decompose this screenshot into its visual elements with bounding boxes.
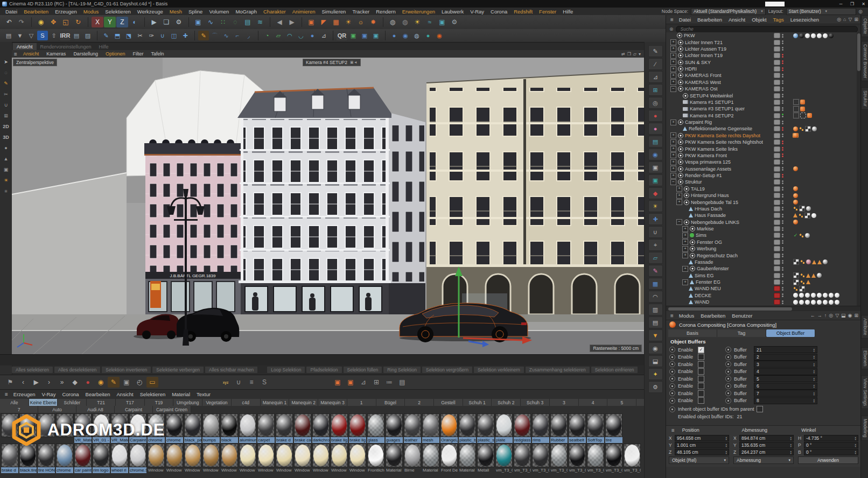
material-swatch[interactable]: black [221,413,238,443]
camera-lock-icon[interactable]: ▣ [648,161,663,173]
visibility-column[interactable] [774,93,790,99]
side-tab-struktur[interactable]: Struktur [861,87,868,110]
object-row[interactable]: +KAMERAS West [666,79,857,86]
move-icon[interactable]: ✥ [47,17,59,27]
command-button[interactable]: Alles sichtbar machen [205,367,257,373]
coord-field[interactable]: -4.735 °▴▾ [804,435,858,441]
material-swatch[interactable]: aluminum [239,413,256,443]
material-swatch[interactable]: Material [459,444,476,473]
material-swatch[interactable]: chrome [56,444,73,473]
visibility-column[interactable] [774,266,790,271]
check-icon[interactable]: ✓ [793,233,798,238]
bulb-icon[interactable]: ☀ [648,200,663,212]
mirror-icon[interactable]: ◫ [169,31,179,40]
object-row[interactable]: +Hintergrund Haus [666,192,857,199]
visibility-column[interactable] [774,46,790,52]
layer-chip-icon[interactable] [774,240,780,245]
material-swatch[interactable]: tire [605,413,622,443]
material-swatch[interactable]: chrome.S [129,444,146,473]
select-arrow-icon[interactable]: ➤ [2,58,10,65]
layer-chip-icon[interactable] [774,206,780,212]
render-off-icon[interactable] [774,293,780,298]
sculpt-smooth-icon[interactable]: ◡ [296,31,306,40]
enable-checkbox[interactable] [698,390,704,397]
visibility-dots[interactable] [782,121,783,124]
layer-chip-icon[interactable] [774,153,780,158]
attr-filter-icon[interactable]: ▽ [835,313,839,318]
material-swatch[interactable]: Window [294,444,311,473]
enable-checkbox[interactable] [698,361,704,368]
attrmenu-bearbeiten[interactable]: Bearbeiten [697,313,729,319]
substance-icon[interactable]: S [37,31,48,40]
goto-end-icon[interactable]: » [56,377,68,388]
uvw-tag-icon[interactable] [793,259,799,265]
grid-snap-icon[interactable]: ⊞ [2,112,10,119]
collapse-icon[interactable]: − [670,86,676,92]
keyframe-dot-icon[interactable] [669,383,675,389]
live-selection-icon[interactable]: ◉ [35,17,47,27]
material-swatch[interactable]: plate [495,413,513,443]
stepper-icon[interactable]: ▴▾ [813,377,815,381]
close-button[interactable]: ✕ [859,1,868,7]
sphere-blue-icon[interactable]: ● [389,31,400,40]
star-icon[interactable]: ✦ [648,368,663,380]
compositing-tag-icon[interactable] [800,273,805,278]
bookmark-icon[interactable]: ⚑ [4,377,16,388]
track-icon[interactable]: ≡ [246,377,257,388]
import-icon[interactable]: ⇧ [48,31,59,40]
visibility-dots[interactable] [782,74,783,78]
material-swatch[interactable]: plastic_b [459,413,476,443]
layer-chip-icon[interactable] [774,139,780,145]
visibility-dots[interactable] [782,140,783,144]
visibility-column[interactable] [774,299,790,305]
uvw-tag-icon[interactable] [793,272,799,278]
visibility-dots[interactable] [782,107,783,111]
visibility-dots[interactable] [782,247,783,251]
menu-hilfe[interactable]: Hilfe [559,9,576,15]
expand-icon[interactable]: + [670,132,676,138]
expand-icon[interactable]: + [682,266,688,272]
sun-icon[interactable]: ☀ [411,17,423,27]
lock-y-icon[interactable]: Y [104,17,116,27]
layer-chip-icon[interactable] [774,33,780,38]
layer-tab[interactable]: Auto [38,406,76,413]
light-bulb-icon[interactable]: ☀ [342,17,354,27]
keyframe-dot-icon[interactable] [725,369,731,375]
visibility-dots[interactable] [782,87,783,91]
ommenu-bearbeiten[interactable]: Bearbeiten [694,17,725,23]
material-swatch[interactable]: rims [532,413,549,443]
material-sphere-icon[interactable] [823,300,828,305]
visibility-dots[interactable] [782,234,783,237]
compositing-tag-icon[interactable] [799,126,804,131]
coordinate-system-icon[interactable]: ◐ [129,17,141,27]
material-swatch[interactable]: guages [386,413,403,443]
material-swatch[interactable]: Window [239,444,256,473]
material-swatch[interactable]: Window [331,444,348,473]
object-row[interactable]: WAND [666,299,857,305]
vpmenu-filter[interactable]: Filter [129,51,147,57]
buffer-value-field[interactable]: 4▴▾ [754,368,817,375]
layer-tab[interactable]: T19 [145,399,174,406]
material-sphere-icon[interactable] [835,300,839,305]
camera-label[interactable]: Kamera #4 SETUP2▣◄ [303,59,361,66]
attr-back-icon[interactable]: ← [810,313,815,318]
buffer-value-field[interactable]: 7▴▾ [754,390,817,397]
layer-chip-icon[interactable] [774,46,780,52]
material-swatch[interactable]: brake lig [349,413,366,443]
layer-chip-icon[interactable] [774,186,780,192]
material-sphere-icon[interactable] [811,33,816,38]
material-swatch[interactable]: vm_T3_0 [550,444,568,473]
visibility-column[interactable] [774,253,790,258]
visibility-dots[interactable] [782,260,783,264]
layer-tab[interactable]: T21 [87,399,116,406]
object-row[interactable]: +Werbung [666,245,857,252]
object-row[interactable]: +SUN & SKY [666,59,857,66]
expand-icon[interactable]: + [670,166,676,172]
material-swatch[interactable]: Material [386,444,403,473]
layer-chip-icon[interactable] [774,60,780,65]
render-off-icon[interactable] [774,299,780,305]
visibility-column[interactable] [774,106,790,111]
grid-icon[interactable]: ⊞ [648,84,663,96]
workplane-icon[interactable]: ▱ [648,252,663,264]
material-tag-icon[interactable] [793,200,798,205]
